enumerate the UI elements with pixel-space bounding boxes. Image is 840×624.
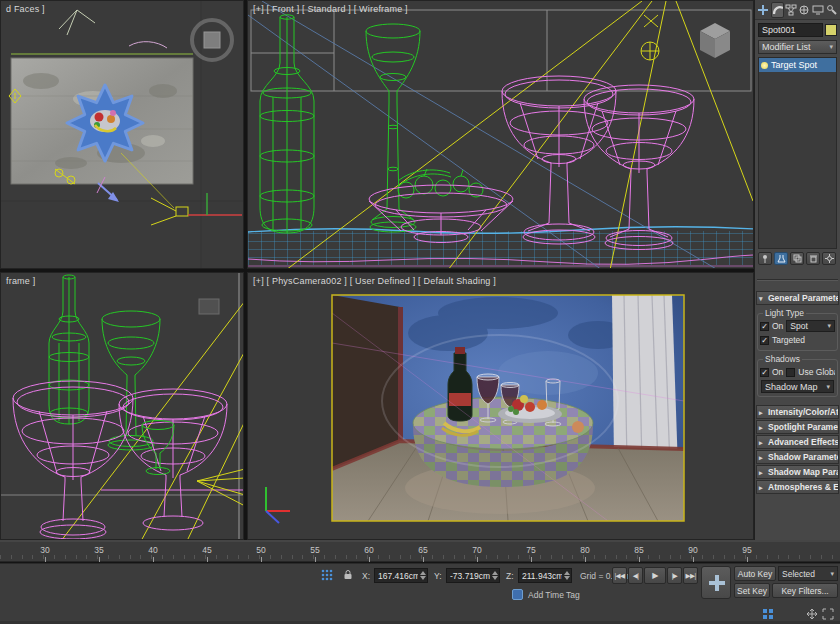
modifier-list-label: Modifier List	[762, 42, 811, 52]
rollout-closed-icon: ▸	[759, 451, 763, 464]
rollout-closed-icon: ▸	[759, 481, 763, 494]
rollout-shadow-parameters[interactable]: ▸ Shadow Parameters	[756, 450, 839, 464]
frame-tick-label: 80	[573, 545, 597, 562]
z-coordinate-field[interactable]: 211.943cm	[518, 568, 572, 583]
y-spinner[interactable]	[490, 571, 498, 580]
viewport-front[interactable]: [+] [ Front ] [ Standard ] [ Wireframe ]	[247, 0, 754, 269]
object-color-swatch[interactable]	[825, 24, 837, 36]
use-global-checkbox[interactable]	[786, 368, 795, 377]
show-end-result-button[interactable]	[774, 252, 788, 265]
z-spinner[interactable]	[562, 571, 570, 580]
modify-icon	[774, 7, 783, 14]
stack-item-label: Target Spot	[771, 60, 817, 70]
set-key-button[interactable]: Set Key	[734, 583, 770, 598]
command-panel: Spot001 Modifier List ▾ Target Spot ▾ Ge…	[754, 0, 840, 540]
x-spinner[interactable]	[418, 571, 426, 580]
wrench-icon	[826, 4, 838, 16]
modify-tab[interactable]	[771, 2, 784, 18]
light-type-group-label: Light Type	[763, 308, 806, 318]
rollout-shadow-map-params[interactable]: ▸ Shadow Map Params	[756, 465, 839, 479]
light-type-value: Spot	[790, 321, 808, 331]
flask-icon	[777, 254, 786, 263]
go-to-start-button[interactable]: |◀◀	[612, 567, 627, 584]
time-tag-icon[interactable]	[512, 589, 523, 600]
rollout-spotlight-parameters[interactable]: ▸ Spotlight Parameters	[756, 420, 839, 434]
key-filters-button[interactable]: Key Filters...	[772, 583, 838, 598]
add-time-tag[interactable]: Add Time Tag	[528, 590, 580, 600]
hierarchy-icon	[785, 4, 797, 16]
modifier-list-dropdown[interactable]: Modifier List ▾	[758, 40, 837, 54]
axis-tripod	[266, 487, 290, 523]
set-keys-button[interactable]	[701, 566, 731, 599]
configure-modifier-sets-button[interactable]	[822, 252, 836, 265]
viewcube[interactable]	[700, 23, 730, 58]
left-viewport-scene	[1, 273, 244, 540]
frame-tick-label: 40	[141, 545, 165, 562]
frame-tick-label: 35	[87, 545, 111, 562]
stack-item-target-spot[interactable]: Target Spot	[759, 58, 836, 72]
rollout-title: Advanced Effects	[768, 437, 839, 447]
track-bar[interactable]: 30 35 40 45 50 55 60 65 70 75 80 85 90 9…	[0, 540, 840, 562]
hierarchy-tab[interactable]	[785, 2, 798, 18]
light-type-dropdown[interactable]: Spot ▾	[786, 320, 835, 332]
rollout-advanced-effects[interactable]: ▸ Advanced Effects	[756, 435, 839, 449]
gear-icon	[825, 254, 834, 263]
play-button[interactable]: ▶	[644, 567, 666, 584]
y-coordinate-field[interactable]: -73.719cm	[446, 568, 500, 583]
viewport-layout-icon[interactable]	[762, 606, 774, 624]
light-on-label: On	[772, 321, 783, 331]
shadows-on-label: On	[772, 367, 783, 377]
top-viewport-scene	[1, 1, 244, 269]
rollout-atmospheres-effects[interactable]: ▸ Atmospheres & Effects	[756, 480, 839, 494]
viewport-camera-label[interactable]: [+] [ PhysCamera002 ] [ User Defined ] […	[253, 276, 496, 286]
targeted-label: Targeted	[772, 335, 805, 345]
snaps-grid-icon[interactable]	[320, 568, 334, 586]
motion-icon	[798, 4, 810, 16]
selection-set-dropdown[interactable]: Selected ▾	[778, 566, 838, 581]
next-frame-button[interactable]: |▶	[667, 567, 682, 584]
go-to-end-button[interactable]: ▶▶|	[683, 567, 698, 584]
shadows-on-checkbox[interactable]: ✓	[760, 368, 769, 377]
viewport-camera[interactable]: [+] [ PhysCamera002 ] [ User Defined ] […	[247, 272, 754, 540]
z-coordinate-label: Z:	[506, 571, 514, 581]
viewport-top-label[interactable]: d Faces ]	[6, 4, 45, 14]
chevron-down-icon: ▾	[830, 570, 834, 578]
display-tab[interactable]	[812, 2, 825, 18]
rollout-general-parameters[interactable]: ▾ General Parameters	[756, 291, 839, 305]
frame-tick-label: 90	[681, 545, 705, 562]
pan-view-icon[interactable]	[806, 606, 818, 624]
shadow-type-value: Shadow Map	[765, 382, 818, 392]
plus-icon	[758, 5, 768, 15]
frame-tick-label: 65	[411, 545, 435, 562]
targeted-checkbox[interactable]: ✓	[760, 336, 769, 345]
z-value: 211.943cm	[522, 571, 562, 581]
x-coordinate-field[interactable]: 167.416cm	[374, 568, 428, 583]
shadow-type-dropdown[interactable]: Shadow Map ▾	[761, 380, 834, 393]
modifier-stack[interactable]: Target Spot	[758, 57, 837, 249]
pin-stack-button[interactable]	[758, 252, 772, 265]
previous-frame-button[interactable]: ◀|	[628, 567, 643, 584]
3dsmax-window: d Faces ]	[0, 0, 840, 624]
light-on-checkbox[interactable]: ✓	[760, 322, 769, 331]
frame-tick-label: 95	[735, 545, 759, 562]
display-icon	[812, 4, 824, 16]
x-coordinate-label: X:	[362, 571, 370, 581]
panel-divider	[757, 279, 838, 281]
utilities-tab[interactable]	[825, 2, 838, 18]
motion-tab[interactable]	[798, 2, 811, 18]
viewport-left-label[interactable]: frame ]	[6, 276, 35, 286]
frame-tick-label: 30	[33, 545, 57, 562]
selection-lock-icon[interactable]	[341, 568, 355, 586]
light-bulb-icon	[761, 62, 768, 69]
object-name-field[interactable]: Spot001	[758, 23, 823, 37]
create-tab[interactable]	[757, 2, 770, 18]
viewport-left[interactable]: frame ]	[0, 272, 244, 540]
viewport-top[interactable]: d Faces ]	[0, 0, 244, 269]
make-unique-button[interactable]	[790, 252, 804, 265]
auto-key-button[interactable]: Auto Key	[734, 566, 776, 581]
rollout-intensity-color-attenuation[interactable]: ▸ Intensity/Color/Attenuation	[756, 405, 839, 419]
viewport-front-label[interactable]: [+] [ Front ] [ Standard ] [ Wireframe ]	[253, 4, 408, 14]
remove-modifier-button[interactable]	[806, 252, 820, 265]
maximize-viewport-toggle-icon[interactable]	[822, 606, 834, 624]
pin-icon	[761, 254, 770, 263]
